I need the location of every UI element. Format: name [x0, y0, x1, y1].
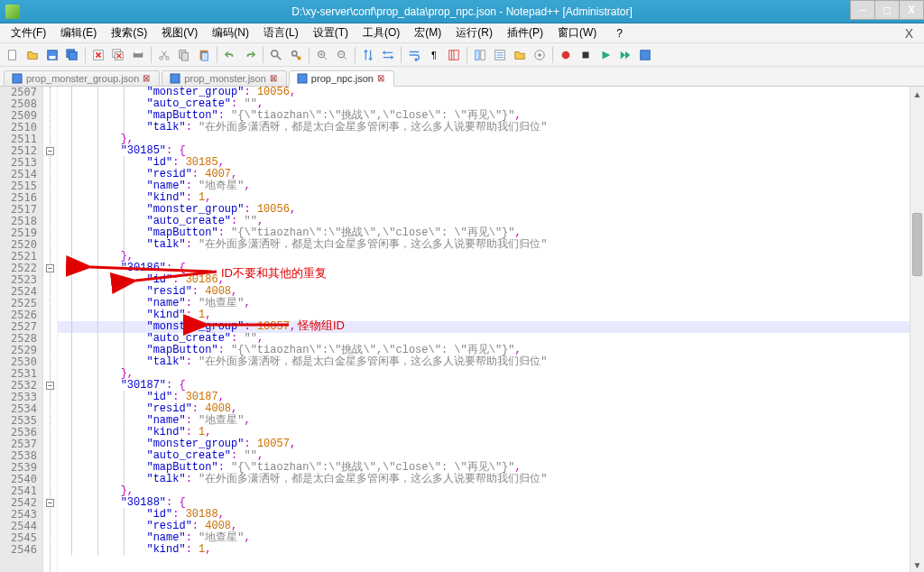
save-all-icon[interactable] [63, 46, 81, 64]
svg-rect-28 [583, 51, 589, 58]
play-macro-icon[interactable] [596, 46, 614, 64]
scrollbar-thumb[interactable] [912, 213, 922, 276]
app-icon [5, 5, 20, 19]
svg-point-16 [272, 50, 278, 56]
menu-edit[interactable]: 编辑(E) [53, 23, 104, 42]
menu-help[interactable]: ? [609, 25, 630, 42]
tab-label: prop_monster.json [184, 73, 266, 84]
menu-settings[interactable]: 设置(T) [306, 23, 356, 42]
stop-macro-icon[interactable] [577, 46, 595, 64]
menu-view[interactable]: 视图(V) [154, 23, 205, 42]
file-disk-icon [170, 73, 180, 84]
editor-area: 2507250825092510251125122513251425152516… [0, 87, 924, 572]
tab-label: prop_monster_group.json [26, 73, 139, 84]
find-icon[interactable] [267, 46, 285, 64]
new-file-icon[interactable] [4, 46, 22, 64]
minimize-button[interactable]: – [850, 0, 875, 20]
tab-close-icon[interactable]: ⊠ [377, 74, 386, 83]
menu-run[interactable]: 运行(R) [448, 23, 500, 42]
svg-rect-2 [50, 55, 56, 59]
indent-guide-icon[interactable] [445, 46, 463, 64]
vertical-scrollbar[interactable]: ▲ ▼ [910, 87, 924, 572]
menu-tab-close[interactable]: X [898, 26, 920, 41]
tab-label: prop_npc.json [311, 73, 374, 84]
menu-language[interactable]: 语言(L) [256, 23, 306, 42]
svg-rect-23 [481, 50, 485, 60]
toolbar: ¶ [0, 43, 924, 67]
tab-close-icon[interactable]: ⊠ [143, 74, 152, 83]
menubar: 文件(F) 编辑(E) 搜索(S) 视图(V) 编码(N) 语言(L) 设置(T… [0, 23, 924, 43]
scroll-down-icon[interactable]: ▼ [910, 558, 924, 572]
svg-rect-31 [171, 74, 180, 83]
svg-rect-13 [181, 52, 188, 60]
copy-icon[interactable] [175, 46, 193, 64]
save-macro-icon[interactable] [636, 46, 654, 64]
word-wrap-icon[interactable] [405, 46, 423, 64]
menu-file[interactable]: 文件(F) [4, 23, 53, 42]
print-icon[interactable] [129, 46, 147, 64]
close-file-icon[interactable] [89, 46, 107, 64]
svg-rect-9 [135, 50, 142, 53]
replace-icon[interactable] [287, 46, 305, 64]
sync-h-icon[interactable] [379, 46, 397, 64]
tab-prop-monster-group[interactable]: prop_monster_group.json ⊠ [4, 70, 160, 86]
zoom-out-icon[interactable] [333, 46, 351, 64]
svg-rect-29 [641, 50, 651, 60]
tab-prop-npc[interactable]: prop_npc.json ⊠ [289, 70, 394, 87]
menu-tools[interactable]: 工具(O) [356, 23, 407, 42]
maximize-button[interactable]: □ [874, 0, 900, 20]
menu-search[interactable]: 搜索(S) [104, 23, 154, 42]
svg-rect-15 [201, 52, 208, 60]
zoom-in-icon[interactable] [313, 46, 331, 64]
tab-bar: prop_monster_group.json ⊠ prop_monster.j… [0, 67, 924, 87]
record-macro-icon[interactable] [557, 46, 575, 64]
window-titlebar: D:\xy-server\conf\prop_data\prop_npc.jso… [0, 0, 924, 23]
scroll-up-icon[interactable]: ▲ [910, 87, 924, 101]
code-editor[interactable]: │ │ │ "monster_group": 10056,│ │ │ "auto… [58, 87, 910, 572]
sync-v-icon[interactable] [359, 46, 377, 64]
close-button[interactable]: X [899, 0, 924, 20]
doc-map-icon[interactable] [471, 46, 489, 64]
menu-macro[interactable]: 宏(M) [407, 23, 448, 42]
redo-icon[interactable] [241, 46, 259, 64]
svg-rect-4 [69, 51, 78, 60]
cut-icon[interactable] [155, 46, 173, 64]
tab-close-icon[interactable]: ⊠ [270, 74, 279, 83]
paste-icon[interactable] [195, 46, 213, 64]
svg-rect-30 [13, 74, 22, 83]
svg-rect-0 [9, 50, 16, 60]
function-list-icon[interactable] [491, 46, 509, 64]
show-all-chars-icon[interactable]: ¶ [425, 46, 443, 64]
menu-plugins[interactable]: 插件(P) [500, 23, 550, 42]
undo-icon[interactable] [221, 46, 239, 64]
svg-point-26 [538, 53, 541, 57]
svg-rect-32 [298, 74, 307, 83]
play-multi-icon[interactable] [616, 46, 634, 64]
tab-prop-monster[interactable]: prop_monster.json ⊠ [162, 70, 287, 86]
svg-rect-18 [298, 56, 301, 60]
file-disk-icon [12, 73, 23, 84]
window-title: D:\xy-server\conf\prop_data\prop_npc.jso… [291, 5, 633, 18]
file-disk-icon [297, 73, 308, 84]
menu-encoding[interactable]: 编码(N) [205, 23, 256, 42]
fold-column[interactable]: −−−− [43, 87, 58, 572]
menu-window[interactable]: 窗口(W) [550, 23, 604, 42]
open-file-icon[interactable] [23, 46, 42, 64]
svg-rect-22 [476, 50, 479, 60]
svg-point-27 [562, 51, 570, 59]
line-number-gutter: 2507250825092510251125122513251425152516… [0, 87, 43, 572]
close-all-icon[interactable] [109, 46, 127, 64]
folder-workspace-icon[interactable] [511, 46, 529, 64]
monitoring-icon[interactable] [531, 46, 549, 64]
save-icon[interactable] [43, 46, 61, 64]
